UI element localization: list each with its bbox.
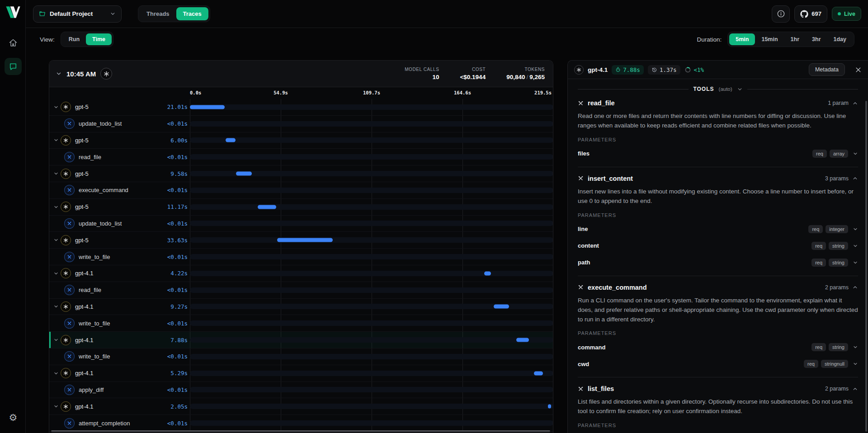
span-name: update_todo_list — [79, 120, 122, 127]
span-name: write_to_file — [79, 353, 110, 360]
tool-header[interactable]: list_files 2 params — [578, 385, 858, 392]
timeline-bar[interactable] — [534, 371, 542, 375]
chevron-down-icon[interactable] — [53, 137, 59, 143]
tab-traces[interactable]: Traces — [176, 7, 208, 20]
chevron-down-icon[interactable] — [853, 260, 858, 265]
project-selector[interactable]: Default Project — [33, 5, 122, 23]
trace-row[interactable]: read_file <0.01s — [49, 282, 553, 299]
usage-percent: <1% — [684, 66, 704, 73]
model-badge — [61, 102, 71, 112]
chevron-down-icon[interactable] — [853, 344, 858, 350]
span-detail-panel: gpt-4.1 7.88s 1.37s <1% Metadata — [567, 60, 868, 433]
timeline-bar[interactable] — [258, 205, 276, 209]
history-clock-icon — [651, 67, 657, 73]
chevron-down-icon[interactable] — [53, 204, 59, 210]
span-duration: <0.01s — [167, 254, 188, 260]
chevron-down-icon[interactable] — [53, 171, 59, 176]
trace-row[interactable]: attempt_completion <0.01s — [49, 415, 553, 432]
trace-row[interactable]: write_to_file <0.01s — [49, 315, 553, 332]
duration-option-1hr[interactable]: 1hr — [784, 33, 806, 45]
model-badge — [61, 135, 71, 146]
chevron-down-icon[interactable] — [53, 371, 59, 376]
timeline-bar[interactable] — [236, 172, 252, 176]
chevron-up-icon[interactable] — [852, 386, 858, 392]
axis-tick: 219.5s — [534, 90, 552, 95]
settings-button[interactable]: ⚙ — [5, 409, 22, 426]
info-button[interactable] — [772, 5, 790, 23]
parameters-label: PARAMETERS — [578, 137, 858, 142]
trace-row[interactable]: gpt-4.1 4.22s — [49, 265, 553, 282]
model-badge — [61, 368, 71, 378]
span-name: gpt-4.1 — [75, 370, 93, 377]
tools-icon — [67, 121, 72, 126]
view-option-run[interactable]: Run — [62, 33, 86, 45]
chevron-up-icon[interactable] — [852, 284, 858, 290]
live-dot-icon — [838, 12, 841, 15]
param-list: line req integer content req string path… — [578, 224, 858, 268]
tools-mode-label: (auto) — [719, 86, 732, 92]
trace-header[interactable]: 10:45 AM MODEL CALLS 10 COST <$0.1944 TO… — [49, 61, 553, 87]
duration-option-3hr[interactable]: 3hr — [806, 33, 827, 45]
duration-option-1day[interactable]: 1day — [827, 33, 853, 45]
chevron-down-icon[interactable] — [53, 404, 59, 409]
chevron-down-icon[interactable] — [853, 243, 858, 249]
threads-nav-button[interactable] — [5, 58, 22, 75]
tab-threads[interactable]: Threads — [140, 7, 176, 20]
project-name: Default Project — [50, 10, 93, 17]
tool-header[interactable]: read_file 1 param — [578, 99, 858, 107]
timeline-bar[interactable] — [494, 305, 509, 309]
timeline-bar[interactable] — [484, 271, 491, 275]
trace-row[interactable]: gpt-5 33.63s — [49, 232, 553, 249]
model-badge — [61, 235, 71, 245]
trace-row[interactable]: gpt-5 6.00s — [49, 132, 553, 149]
duration-option-5min[interactable]: 5min — [729, 33, 755, 45]
chevron-down-icon[interactable] — [853, 151, 858, 156]
vertical-scrollbar[interactable] — [865, 101, 867, 432]
close-panel-button[interactable] — [855, 66, 862, 73]
trace-row[interactable]: gpt-5 9.58s — [49, 165, 553, 182]
trace-row[interactable]: execute_command <0.01s — [49, 182, 553, 199]
timeline-bar[interactable] — [277, 238, 333, 242]
tool-header[interactable]: insert_content 3 params — [578, 175, 858, 182]
chevron-down-icon[interactable] — [737, 86, 743, 92]
chevron-down-icon[interactable] — [53, 271, 59, 276]
duration-option-15min[interactable]: 15min — [755, 33, 784, 45]
span-duration: <0.01s — [167, 386, 188, 393]
chevron-down-icon[interactable] — [53, 337, 59, 343]
timeline-bar[interactable] — [548, 405, 552, 409]
trace-row[interactable]: update_todo_list <0.01s — [49, 216, 553, 232]
trace-row[interactable]: update_todo_list <0.01s — [49, 116, 553, 132]
chevron-up-icon[interactable] — [852, 100, 858, 106]
trace-row[interactable]: gpt-5 11.17s — [49, 199, 553, 216]
tools-icon — [67, 287, 72, 292]
trace-row[interactable]: gpt-4.1 2.05s — [49, 398, 553, 415]
trace-row[interactable]: write_to_file <0.01s — [49, 249, 553, 265]
trace-row[interactable]: write_to_file <0.01s — [49, 348, 553, 365]
view-option-time[interactable]: Time — [86, 33, 112, 45]
chevron-down-icon[interactable] — [53, 304, 59, 309]
trace-row[interactable]: gpt-5 21.01s — [49, 99, 553, 116]
trace-row[interactable]: gpt-4.1 7.88s — [49, 332, 553, 348]
live-badge[interactable]: Live — [832, 7, 861, 21]
trace-row[interactable]: read_file <0.01s — [49, 149, 553, 165]
github-button[interactable]: 697 — [794, 5, 827, 23]
chevron-down-icon[interactable] — [53, 104, 59, 110]
tool-name: list_files — [588, 385, 614, 392]
timeline-bar[interactable] — [226, 138, 236, 142]
trace-row[interactable]: gpt-4.1 5.29s — [49, 365, 553, 382]
metadata-button[interactable]: Metadata — [809, 63, 845, 76]
chevron-down-icon[interactable] — [853, 226, 858, 232]
timeline-bar[interactable] — [190, 105, 225, 109]
trace-row[interactable]: apply_diff <0.01s — [49, 382, 553, 399]
chevron-down-icon[interactable] — [53, 237, 59, 243]
chevron-up-icon[interactable] — [852, 175, 858, 181]
app-logo[interactable] — [5, 5, 21, 19]
trace-row[interactable]: gpt-4.1 9.27s — [49, 299, 553, 315]
tool-header[interactable]: execute_command 2 params — [578, 284, 858, 291]
home-nav-button[interactable] — [5, 34, 22, 52]
timeline-track — [190, 404, 553, 409]
chevron-down-icon[interactable] — [853, 361, 858, 367]
span-name: write_to_file — [79, 320, 110, 327]
timeline-bar[interactable] — [516, 338, 529, 342]
collapse-chevron-icon[interactable] — [56, 71, 62, 77]
